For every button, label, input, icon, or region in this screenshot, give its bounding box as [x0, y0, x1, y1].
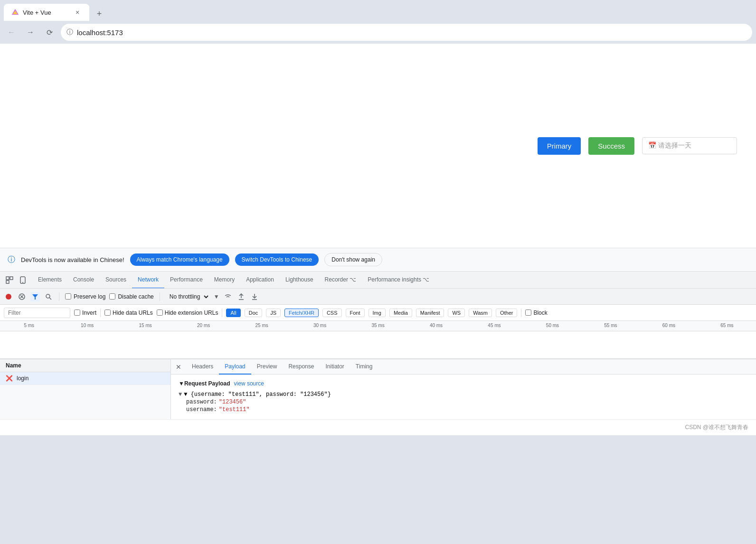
name-panel: Name ❌ login — [0, 359, 171, 419]
wifi-icon[interactable] — [223, 292, 233, 301]
filter-separator-2 — [222, 309, 222, 317]
upload-icon[interactable] — [236, 292, 246, 301]
primary-button[interactable]: Primary — [538, 137, 581, 155]
toolbar-separator-1 — [59, 292, 59, 301]
new-tab-button[interactable]: + — [92, 7, 106, 21]
filter-type-other[interactable]: Other — [496, 309, 518, 317]
success-button[interactable]: Success — [588, 137, 634, 155]
timeline-area: 5 ms 10 ms 15 ms 20 ms 25 ms 30 ms 35 ms… — [0, 321, 756, 359]
payload-tree-row-2: password: "123456" — [186, 398, 748, 406]
dont-show-again-button[interactable]: Don't show again — [324, 253, 382, 266]
tab-network[interactable]: Network — [132, 272, 164, 289]
tab-payload[interactable]: Payload — [219, 359, 251, 375]
disable-cache-checkbox[interactable]: Disable cache — [109, 293, 153, 300]
filter-type-manifest[interactable]: Manifest — [416, 309, 444, 317]
filter-type-ws[interactable]: WS — [448, 309, 465, 317]
tab-elements[interactable]: Elements — [32, 272, 67, 289]
tab-close-button[interactable]: × — [73, 8, 82, 17]
tab-performance[interactable]: Performance — [164, 272, 208, 289]
tab-recorder[interactable]: Recorder ⌥ — [319, 272, 362, 289]
view-source-link[interactable]: view source — [234, 380, 264, 387]
tab-timing[interactable]: Timing — [350, 359, 378, 375]
payload-tree: ▼ ▼ {username: "test111", password: "123… — [179, 391, 748, 413]
match-language-button[interactable]: Always match Chrome's language — [130, 253, 229, 266]
hide-extension-urls-checkbox[interactable]: Hide extension URLs — [157, 310, 218, 316]
footer-credit: CSDN @谁不想飞舞青春 — [685, 423, 748, 431]
hide-data-urls-checkbox[interactable]: Hide data URLs — [104, 310, 153, 316]
svg-rect-3 — [10, 277, 13, 280]
devtools-notification: ⓘ DevTools is now available in Chinese! … — [0, 248, 756, 271]
back-button[interactable]: ← — [4, 25, 19, 40]
forward-button[interactable]: → — [23, 25, 38, 40]
clear-button[interactable] — [17, 292, 27, 301]
block-checkbox[interactable]: Block — [525, 310, 547, 316]
notification-info-icon: ⓘ — [8, 255, 15, 265]
tick-11: 55 ms — [582, 323, 640, 328]
filter-type-all[interactable]: All — [226, 309, 240, 317]
tab-response[interactable]: Response — [283, 359, 320, 375]
filter-icon[interactable] — [30, 292, 40, 301]
filter-type-doc[interactable]: Doc — [245, 309, 263, 317]
payload-section-header: ▼Request Payload view source — [179, 380, 748, 387]
name-header: Name — [0, 359, 170, 372]
tab-console[interactable]: Console — [67, 272, 100, 289]
tab-initiator[interactable]: Initiator — [320, 359, 350, 375]
tab-headers[interactable]: Headers — [186, 359, 219, 375]
tab-lighthouse[interactable]: Lighthouse — [280, 272, 319, 289]
tick-3: 15 ms — [116, 323, 174, 328]
filter-type-font[interactable]: Font — [346, 309, 365, 317]
notification-message: DevTools is now available in Chinese! — [21, 256, 124, 263]
payload-password-key: password: — [186, 399, 217, 405]
switch-devtools-button[interactable]: Switch DevTools to Chinese — [235, 253, 319, 266]
devtools-device-icon[interactable] — [17, 274, 28, 286]
record-button[interactable] — [4, 292, 13, 301]
detail-tabs: ✕ Headers Payload Preview Response Initi… — [171, 359, 756, 375]
payload-password-val: "123456" — [219, 399, 246, 405]
tab-preview[interactable]: Preview — [251, 359, 283, 375]
detail-panel: ✕ Headers Payload Preview Response Initi… — [171, 359, 756, 419]
date-picker-text: 📅 请选择一天 — [648, 141, 691, 150]
tick-4: 20 ms — [174, 323, 232, 328]
toolbar-separator-2 — [160, 292, 160, 301]
timeline-ruler: 5 ms 10 ms 15 ms 20 ms 25 ms 30 ms 35 ms… — [0, 321, 756, 331]
tab-performance-insights[interactable]: Performance insights ⌥ — [362, 272, 435, 289]
payload-expand-arrow[interactable]: ▼ — [179, 391, 182, 398]
throttle-select[interactable]: No throttling — [166, 292, 210, 301]
tab-sources[interactable]: Sources — [100, 272, 132, 289]
filter-type-img[interactable]: Img — [369, 309, 386, 317]
refresh-button[interactable]: ⟳ — [42, 25, 57, 40]
address-bar[interactable]: ⓘ localhost:5173 — [61, 24, 752, 41]
svg-marker-11 — [32, 294, 38, 300]
bottom-split: Name ❌ login ✕ Headers Payload Preview R… — [0, 359, 756, 419]
filter-input[interactable] — [4, 308, 70, 318]
tick-6: 30 ms — [291, 323, 349, 328]
invert-checkbox[interactable]: Invert — [74, 310, 96, 316]
address-text: localhost:5173 — [77, 28, 123, 37]
filter-type-fetch[interactable]: Fetch/XHR — [284, 309, 319, 317]
preserve-log-checkbox[interactable]: Preserve log — [65, 293, 105, 300]
payload-tree-row-3: username: "test111" — [186, 406, 748, 413]
tick-9: 45 ms — [465, 323, 523, 328]
filter-type-js[interactable]: JS — [266, 309, 281, 317]
tick-5: 25 ms — [233, 323, 291, 328]
list-item[interactable]: ❌ login — [0, 372, 170, 385]
filter-bar: Invert Hide data URLs Hide extension URL… — [0, 305, 756, 321]
tab-application[interactable]: Application — [240, 272, 280, 289]
filter-type-css[interactable]: CSS — [322, 309, 342, 317]
payload-tree-row-1: ▼ ▼ {username: "test111", password: "123… — [179, 391, 748, 398]
detail-close-button[interactable]: ✕ — [173, 361, 184, 373]
svg-point-7 — [6, 294, 11, 300]
date-picker[interactable]: 📅 请选择一天 — [642, 137, 737, 154]
filter-type-media[interactable]: Media — [389, 309, 412, 317]
tab-memory[interactable]: Memory — [208, 272, 240, 289]
payload-username-val: "test111" — [219, 406, 250, 413]
browser-tab[interactable]: Vite + Vue × — [4, 4, 89, 21]
payload-content: ▼Request Payload view source ▼ ▼ {userna… — [171, 375, 756, 419]
download-icon[interactable] — [250, 292, 259, 301]
filter-separator-3 — [521, 309, 521, 317]
svg-rect-4 — [6, 281, 9, 283]
search-icon[interactable] — [44, 292, 53, 301]
filter-type-wasm[interactable]: Wasm — [469, 309, 492, 317]
tick-1: 5 ms — [0, 323, 58, 328]
devtools-inspect-icon[interactable] — [4, 274, 15, 286]
